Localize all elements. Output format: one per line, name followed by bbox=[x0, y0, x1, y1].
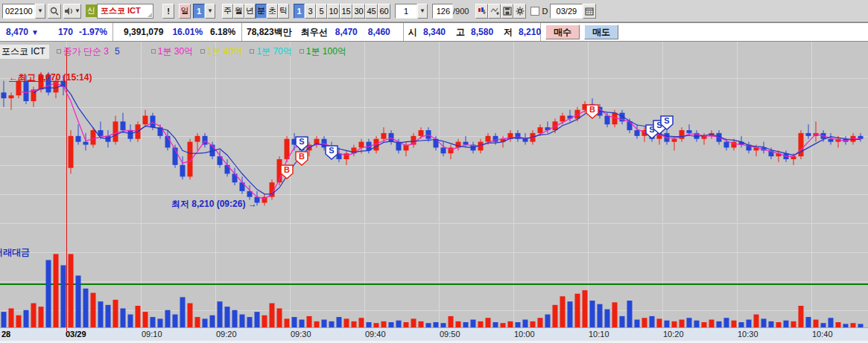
d-checkbox-label: D bbox=[542, 7, 548, 16]
bar-total-label: /900 bbox=[453, 7, 469, 16]
d-checkbox[interactable] bbox=[530, 7, 539, 16]
unit-tick-button[interactable]: 틱 bbox=[278, 4, 289, 19]
minute-15-button[interactable]: 15 bbox=[340, 4, 352, 19]
unit-minute-button[interactable]: 분 bbox=[256, 4, 267, 19]
date-input[interactable]: 03/29 bbox=[550, 4, 583, 19]
svg-text:S: S bbox=[664, 116, 669, 125]
time-axis-label: 10:30 bbox=[738, 330, 758, 339]
low-price: 8,210 bbox=[519, 27, 541, 37]
alert-button[interactable]: ! bbox=[162, 4, 174, 19]
time-axis-label: 10:40 bbox=[812, 330, 833, 339]
minute-60-button[interactable]: 60 bbox=[378, 4, 390, 19]
settings-gear-icon[interactable] bbox=[513, 4, 526, 19]
volume: 9,391,079 bbox=[124, 27, 163, 37]
new-stock-badge: 신 bbox=[86, 4, 97, 17]
svg-text:S: S bbox=[299, 137, 304, 146]
search-icon[interactable] bbox=[48, 4, 61, 19]
down-arrow-icon: ▼ bbox=[31, 28, 39, 36]
calendar-icon[interactable] bbox=[583, 4, 596, 19]
unit-year-button[interactable]: 년 bbox=[244, 4, 256, 19]
buy-button[interactable]: 매수 bbox=[545, 25, 580, 39]
minute-10-button[interactable]: 10 bbox=[327, 4, 340, 19]
period-cycle-button[interactable]: 1 bbox=[193, 4, 205, 19]
time-axis-label: 09:50 bbox=[440, 330, 460, 339]
interval-input[interactable]: 1 bbox=[395, 4, 417, 19]
svg-text:S: S bbox=[329, 146, 334, 155]
best-bid: 8,470 bbox=[335, 27, 358, 37]
compare-stock-icon[interactable] bbox=[475, 4, 488, 19]
time-axis-label: 09:20 bbox=[216, 330, 237, 339]
chart-window: 022100 ▼ ▼ 신 포스코 ICT ! 일 1 ▼ 주 월 년 분 초 틱… bbox=[0, 0, 868, 343]
price-change-pct: -1.97% bbox=[79, 27, 107, 37]
open-price: 8,340 bbox=[423, 27, 446, 37]
sell-button[interactable]: 매도 bbox=[584, 25, 618, 39]
stock-code-input[interactable]: 022100 bbox=[2, 4, 35, 19]
trade-value: 78,823백만 bbox=[247, 26, 292, 39]
stock-code-dropdown-icon[interactable]: ▼ bbox=[35, 4, 45, 19]
high-label: 고 bbox=[456, 26, 465, 39]
time-axis-label: 10:00 bbox=[514, 330, 535, 339]
turnover-pct: 6.18% bbox=[210, 27, 235, 37]
svg-text:B: B bbox=[299, 152, 305, 161]
trendline-tool-icon[interactable] bbox=[488, 4, 501, 19]
candlestick-chart[interactable]: BSBSBSSS bbox=[0, 42, 868, 327]
current-price: 8,470 bbox=[6, 27, 28, 37]
time-axis[interactable]: 2803/2909:1009:2009:3009:4009:5010:0010:… bbox=[0, 327, 868, 341]
period-dropdown-icon[interactable]: ▼ bbox=[205, 4, 215, 19]
time-axis-label: 10:10 bbox=[589, 330, 609, 339]
minute-45-button[interactable]: 45 bbox=[365, 4, 378, 19]
minute-3-button[interactable]: 3 bbox=[305, 4, 316, 19]
best-quote-label: 최우선 bbox=[301, 26, 328, 39]
svg-text:B: B bbox=[284, 165, 290, 174]
quote-bar: 8,470 ▼ 170 -1.97% 9,391,079 16.01% 6.18… bbox=[0, 22, 868, 42]
minute-5-button[interactable]: 5 bbox=[316, 4, 327, 19]
time-axis-label: 09:10 bbox=[142, 330, 162, 339]
minute-1-button[interactable]: 1 bbox=[294, 4, 305, 19]
period-day-button[interactable]: 일 bbox=[179, 4, 191, 19]
unit-week-button[interactable]: 주 bbox=[222, 4, 233, 19]
best-ask: 8,460 bbox=[368, 27, 390, 37]
low-label: 저 bbox=[504, 26, 513, 39]
bar-count-input[interactable]: 126 bbox=[432, 4, 453, 19]
svg-text:B: B bbox=[589, 105, 595, 114]
unit-second-button[interactable]: 초 bbox=[267, 4, 278, 19]
time-axis-label: 10:20 bbox=[663, 330, 684, 339]
minute-30-button[interactable]: 30 bbox=[352, 4, 365, 19]
unit-month-button[interactable]: 월 bbox=[233, 4, 244, 19]
price-change: 170 bbox=[58, 27, 73, 37]
toolbar: 022100 ▼ ▼ 신 포스코 ICT ! 일 1 ▼ 주 월 년 분 초 틱… bbox=[0, 0, 868, 22]
time-axis-label: 09:40 bbox=[365, 330, 386, 339]
open-label: 시 bbox=[408, 26, 417, 39]
interval-dropdown-icon[interactable]: ▼ bbox=[417, 4, 428, 19]
stock-name-field[interactable]: 포스코 ICT bbox=[97, 4, 153, 19]
speaker-icon[interactable]: ▼ bbox=[63, 4, 81, 19]
time-axis-label: 09:30 bbox=[291, 330, 311, 339]
time-axis-label: 28 bbox=[1, 330, 10, 339]
high-price: 8,580 bbox=[471, 27, 493, 37]
resize-grip-icon bbox=[148, 13, 152, 17]
save-icon[interactable] bbox=[501, 4, 513, 19]
time-axis-label: 03/29 bbox=[66, 330, 86, 339]
speaker-dropdown-icon[interactable]: ▼ bbox=[75, 7, 80, 14]
chart-area[interactable]: BSBSBSSS 포스코 ICT 종가 단순 3 5 1분 30억 1분 40억… bbox=[0, 42, 868, 327]
volume-ratio: 16.01% bbox=[172, 27, 203, 37]
